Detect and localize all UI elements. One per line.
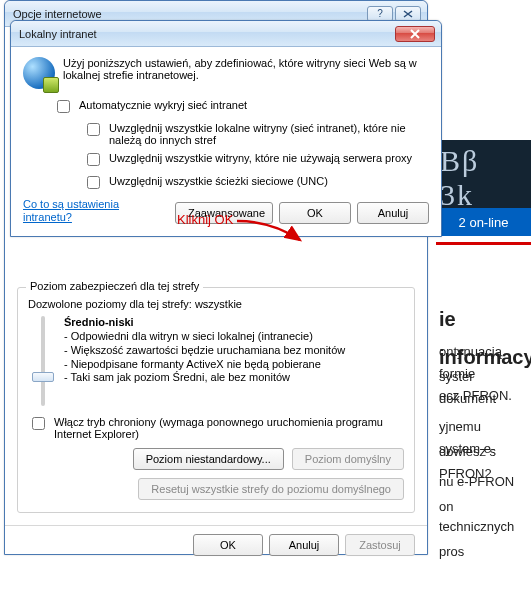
- custom-level-button[interactable]: Poziom niestandardowy...: [133, 448, 284, 470]
- outer-cancel-button[interactable]: Anuluj: [269, 534, 339, 556]
- level-name: Średnio-niski: [64, 316, 404, 328]
- default-level-button: Poziom domyślny: [292, 448, 404, 470]
- close-icon: [403, 10, 413, 18]
- reset-zones-button: Resetuj wszystkie strefy do poziomu domy…: [138, 478, 404, 500]
- background-text-6: nu e-PFRON on: [439, 470, 531, 519]
- group-legend: Poziom zabezpieczeń dla tej strefy: [26, 280, 203, 292]
- close-icon: [409, 29, 421, 39]
- allowed-levels-label: Dozwolone poziomy dla tej strefy: wszyst…: [28, 298, 404, 310]
- level-description: - Odpowiedni dla witryn w sieci lokalnej…: [64, 330, 404, 385]
- annotation-text: Kliknij OK: [177, 212, 233, 227]
- include-local-sites-checkbox[interactable]: [87, 123, 100, 136]
- include-local-sites-label: Uwzględnij wszystkie lokalne witryny (si…: [109, 122, 429, 146]
- modal-intro: Użyj poniższych ustawień, aby zdefiniowa…: [63, 57, 429, 81]
- include-noproxy-sites-label: Uwzględnij wszystkie witryny, które nie …: [109, 152, 412, 164]
- outer-apply-button: Zastosuj: [345, 534, 415, 556]
- slider-thumb[interactable]: [32, 372, 54, 382]
- background-text-3: ecz PFRON.: [439, 384, 531, 409]
- auto-detect-label: Automatycznie wykryj sieć intranet: [79, 99, 247, 111]
- outer-title: Opcje internetowe: [11, 8, 367, 20]
- modal-titlebar[interactable]: Lokalny intranet: [11, 21, 441, 47]
- background-banner: 2 on-line: [436, 208, 531, 236]
- local-intranet-dialog: Lokalny intranet Użyj poniższych ustawie…: [10, 20, 442, 237]
- include-unc-paths-checkbox[interactable]: [87, 176, 100, 189]
- protected-mode-label: Włącz tryb chroniony (wymaga ponownego u…: [54, 416, 404, 440]
- modal-cancel-button[interactable]: Anuluj: [357, 202, 429, 224]
- include-unc-paths-label: Uwzględnij wszystkie ścieżki sieciowe (U…: [109, 175, 328, 187]
- security-slider[interactable]: [28, 316, 58, 406]
- auto-detect-checkbox[interactable]: [57, 100, 70, 113]
- modal-ok-button[interactable]: OK: [279, 202, 351, 224]
- intranet-settings-help-link[interactable]: Co to są ustawienia intranetu?: [23, 198, 119, 223]
- include-noproxy-sites-checkbox[interactable]: [87, 153, 100, 166]
- background-red-line: [436, 242, 531, 245]
- modal-title: Lokalny intranet: [17, 28, 395, 40]
- globe-icon: [23, 57, 55, 89]
- outer-ok-button[interactable]: OK: [193, 534, 263, 556]
- background-text-7: technicznych pros: [439, 515, 531, 564]
- modal-close-button[interactable]: [395, 26, 435, 42]
- security-level-group: Poziom zabezpieczeń dla tej strefy Dozwo…: [17, 287, 415, 513]
- protected-mode-checkbox[interactable]: [32, 417, 45, 430]
